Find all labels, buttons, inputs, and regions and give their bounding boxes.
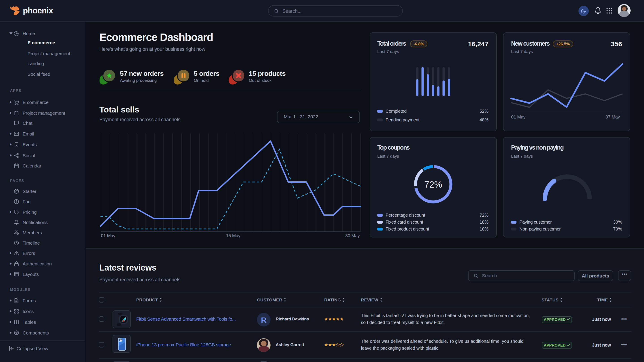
svg-text:72%: 72% [424, 180, 442, 189]
